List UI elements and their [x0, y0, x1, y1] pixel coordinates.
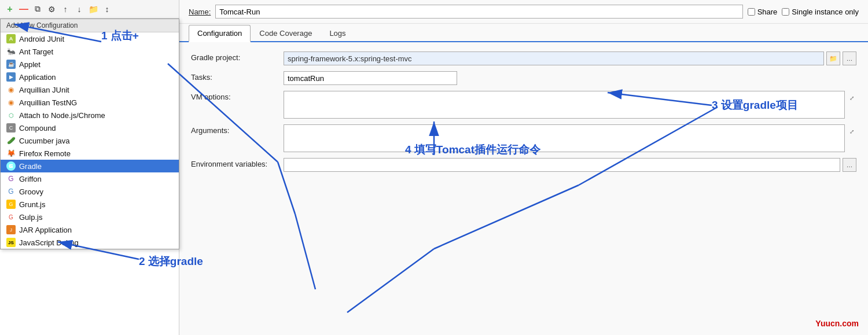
js-debug-icon: JS	[6, 238, 16, 247]
tab-logs[interactable]: Logs	[321, 25, 354, 42]
env-variables-more-button[interactable]: …	[843, 158, 856, 172]
share-checkbox[interactable]	[748, 8, 755, 16]
application-label: Application	[19, 73, 56, 82]
single-instance-label: Single instance only	[792, 8, 859, 16]
env-variables-label: Environment variables:	[191, 158, 278, 168]
config-item-application[interactable]: ▶Application	[1, 71, 179, 83]
ant-target-icon: 🐜	[6, 47, 16, 56]
cucumber-java-label: Cucumber java	[19, 137, 69, 145]
copy-config-button[interactable]: ⧉	[31, 3, 44, 16]
left-panel: + — ⧉ ⚙ ↑ ↓ 📁 ↕ Add New Configuration AA…	[0, 0, 179, 335]
config-item-gulp[interactable]: GGulp.js	[1, 211, 179, 223]
arguments-row: Arguments: ⤢	[191, 124, 856, 152]
tab-configuration[interactable]: Configuration	[189, 25, 251, 42]
name-row-right: Share Single instance only	[748, 8, 859, 16]
add-config-header: Add New Configuration	[1, 19, 179, 32]
name-label: Name:	[189, 8, 211, 16]
env-variables-row: Environment variables: …	[191, 158, 856, 172]
grunt-icon: G	[6, 200, 16, 209]
gradle-project-more-button[interactable]: …	[843, 51, 856, 65]
android-junit-icon: A	[6, 34, 16, 43]
config-item-grunt[interactable]: GGrunt.js	[1, 198, 179, 211]
move-down-button[interactable]: ↓	[73, 3, 86, 16]
env-variables-input-wrap: …	[284, 158, 856, 172]
arguments-input[interactable]	[284, 124, 845, 152]
config-item-jar-app[interactable]: JJAR Application	[1, 223, 179, 236]
firefox-remote-label: Firefox Remote	[19, 149, 71, 158]
tasks-row: Tasks:	[191, 71, 856, 85]
groovy-label: Groovy	[19, 187, 43, 196]
config-item-gradle[interactable]: GGradle	[1, 160, 179, 172]
groovy-icon: G	[6, 187, 16, 196]
tasks-label: Tasks:	[191, 71, 278, 82]
gradle-project-input-wrap: 📁 …	[284, 51, 856, 65]
arguments-label: Arguments:	[191, 124, 278, 135]
main-container: + — ⧉ ⚙ ↑ ↓ 📁 ↕ Add New Configuration AA…	[0, 0, 868, 335]
config-item-ant-target[interactable]: 🐜Ant Target	[1, 45, 179, 58]
compound-icon: C	[6, 123, 16, 132]
jar-app-icon: J	[6, 225, 16, 234]
cucumber-java-icon: 🥒	[6, 136, 16, 145]
config-item-griffon[interactable]: GGriffon	[1, 172, 179, 185]
vm-options-label: VM options:	[191, 91, 278, 101]
name-row: Name: Share Single instance only	[179, 0, 868, 24]
gradle-project-browse-button[interactable]: 📁	[826, 51, 840, 65]
share-checkbox-group: Share	[748, 8, 778, 16]
arguments-expand-button[interactable]: ⤢	[847, 127, 856, 136]
gradle-icon: G	[6, 161, 16, 171]
config-item-arquillian-testng[interactable]: ◉Arquillian TestNG	[1, 96, 179, 109]
settings-button[interactable]: ⚙	[45, 3, 58, 16]
single-instance-checkbox-group: Single instance only	[782, 8, 859, 16]
gradle-project-label: Gradle project:	[191, 51, 278, 62]
ant-target-label: Ant Target	[19, 47, 53, 56]
config-item-firefox-remote[interactable]: 🦊Firefox Remote	[1, 147, 179, 160]
applet-label: Applet	[19, 60, 41, 69]
arquillian-junit-icon: ◉	[6, 85, 16, 94]
gulp-label: Gulp.js	[19, 213, 42, 222]
remove-config-button[interactable]: —	[17, 3, 30, 16]
config-item-compound[interactable]: CCompound	[1, 122, 179, 134]
compound-label: Compound	[19, 124, 56, 132]
config-item-android-junit[interactable]: AAndroid JUnit	[1, 32, 179, 45]
add-config-dropdown: Add New Configuration AAndroid JUnit🐜Ant…	[0, 19, 179, 249]
arguments-input-wrap: ⤢	[284, 124, 856, 152]
arquillian-testng-icon: ◉	[6, 98, 16, 107]
attach-node-icon: ⬡	[6, 111, 16, 120]
vm-options-expand-button[interactable]: ⤢	[847, 93, 856, 102]
js-debug-label: JavaScript Debug	[19, 238, 79, 247]
firefox-remote-icon: 🦊	[6, 149, 16, 158]
tab-code-coverage[interactable]: Code Coverage	[251, 25, 321, 42]
gradle-project-input[interactable]	[284, 51, 824, 65]
vm-options-input[interactable]	[284, 91, 845, 119]
griffon-icon: G	[6, 174, 16, 183]
vm-options-row: VM options: ⤢	[191, 91, 856, 119]
application-icon: ▶	[6, 72, 16, 82]
env-variables-input[interactable]	[284, 158, 840, 172]
share-label: Share	[757, 8, 778, 16]
move-up-button[interactable]: ↑	[59, 3, 72, 16]
gradle-label: Gradle	[19, 162, 42, 171]
config-item-attach-node[interactable]: ⬡Attach to Node.js/Chrome	[1, 109, 179, 122]
arquillian-testng-label: Arquillian TestNG	[19, 98, 77, 107]
grunt-label: Grunt.js	[19, 200, 46, 209]
tabs-bar: Configuration Code Coverage Logs	[179, 24, 868, 42]
add-config-button[interactable]: +	[3, 3, 16, 16]
right-panel: Name: Share Single instance only Configu…	[179, 0, 868, 335]
tasks-input-wrap	[284, 71, 856, 85]
jar-app-label: JAR Application	[19, 226, 72, 234]
config-item-groovy[interactable]: GGroovy	[1, 185, 179, 198]
config-item-arquillian-junit[interactable]: ◉Arquillian JUnit	[1, 83, 179, 96]
toolbar: + — ⧉ ⚙ ↑ ↓ 📁 ↕	[0, 0, 179, 19]
applet-icon: ☕	[6, 60, 16, 69]
config-item-cucumber-java[interactable]: 🥒Cucumber java	[1, 134, 179, 147]
config-list: AAndroid JUnit🐜Ant Target☕Applet▶Applica…	[1, 32, 179, 249]
attach-node-label: Attach to Node.js/Chrome	[19, 111, 105, 120]
folder-button[interactable]: 📁	[87, 3, 100, 16]
tasks-input[interactable]	[284, 71, 457, 85]
single-instance-checkbox[interactable]	[782, 8, 789, 16]
form-content: Gradle project: 📁 … Tasks: VM options:	[179, 42, 868, 335]
config-item-js-debug[interactable]: JSJavaScript Debug	[1, 236, 179, 249]
sort-button[interactable]: ↕	[101, 3, 113, 16]
name-input[interactable]	[215, 5, 742, 19]
config-item-applet[interactable]: ☕Applet	[1, 58, 179, 71]
